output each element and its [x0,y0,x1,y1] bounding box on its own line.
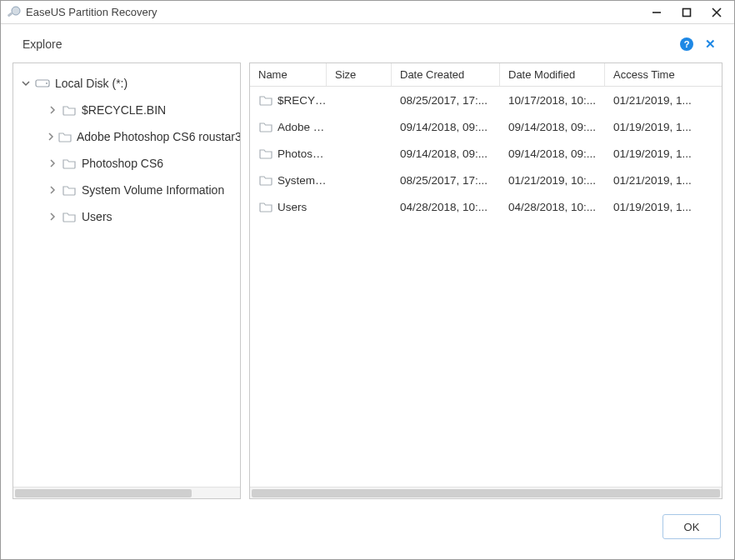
folder-icon [62,209,77,224]
minimize-button[interactable] [642,3,671,22]
ok-button[interactable]: OK [662,514,721,539]
column-header-name[interactable]: Name [250,63,327,86]
dialog-close-button[interactable]: ✕ [701,35,719,53]
folder-icon [258,172,273,188]
window-title: EaseUS Partition Recovery [26,6,158,18]
help-icon: ? [680,38,693,51]
folder-icon [58,129,72,144]
cell-name: $RECYCLE.... [278,94,327,107]
chevron-right-icon[interactable] [47,211,58,222]
maximize-button[interactable] [672,3,701,22]
cell-modified: 01/21/2019, 10:... [500,174,605,187]
tree-item-label: Adobe Photoshop CS6 roustar31 [77,130,240,143]
cell-modified: 10/17/2018, 10:... [500,94,605,107]
column-header-date-modified[interactable]: Date Modified [500,63,605,86]
cell-name: Photosho... [278,148,327,160]
cell-modified: 04/28/2018, 10:... [500,201,605,213]
dialog-footer: OK [12,506,722,548]
folder-icon [258,146,273,161]
cell-name: System Vo... [278,174,327,187]
close-icon: ✕ [705,37,716,52]
svg-rect-3 [683,8,691,16]
cell-name: Adobe Ph... [278,121,327,133]
chevron-right-icon[interactable] [47,131,55,142]
cell-created: 09/14/2018, 09:... [392,148,500,160]
folder-icon [258,92,273,108]
column-header-access-time[interactable]: Access Time [605,63,722,86]
list-item[interactable]: $RECYCLE.... 08/25/2017, 17:... 10/17/20… [250,87,722,113]
scrollbar-thumb[interactable] [252,489,720,498]
tree-item-label: Users [82,210,112,223]
tree-horizontal-scrollbar[interactable] [13,487,240,498]
ok-button-label: OK [684,521,700,533]
svg-point-7 [46,82,48,84]
tree-item[interactable]: System Volume Information [13,177,240,203]
tree-item-label: System Volume Information [82,183,224,197]
cell-modified: 09/14/2018, 09:... [500,121,605,133]
panels: Local Disk (*:) $RECYCLE.BIN Adobe Photo… [12,62,722,499]
tree-item[interactable]: Adobe Photoshop CS6 roustar31 [13,123,240,150]
column-header-size[interactable]: Size [327,63,392,86]
tree-item-label: $RECYCLE.BIN [82,103,166,117]
chevron-right-icon[interactable] [47,104,58,116]
cell-created: 08/25/2017, 17:... [392,94,500,107]
list-body: $RECYCLE.... 08/25/2017, 17:... 10/17/20… [250,87,722,487]
cell-access: 01/19/2019, 1... [605,121,722,133]
tree-panel: Local Disk (*:) $RECYCLE.BIN Adobe Photo… [12,62,241,499]
column-header-date-created[interactable]: Date Created [392,63,500,86]
chevron-down-icon[interactable] [20,78,32,89]
list-item[interactable]: Photosho... 09/14/2018, 09:... 09/14/201… [250,140,722,167]
chevron-right-icon[interactable] [47,184,58,196]
cell-access: 01/21/2019, 1... [605,174,722,187]
tree-item-label: Photoshop CS6 [82,157,163,170]
folder-icon [62,156,77,171]
scrollbar-thumb[interactable] [15,489,192,498]
cell-name: Users [278,201,307,213]
tree-body: Local Disk (*:) $RECYCLE.BIN Adobe Photo… [13,63,240,487]
app-window: EaseUS Partition Recovery Explore ? ✕ [0,0,735,560]
disk-icon [35,76,50,91]
svg-point-0 [12,7,20,15]
list-panel: Name Size Date Created Date Modified Acc… [249,62,722,499]
folder-icon [62,102,77,118]
cell-access: 01/19/2019, 1... [605,148,722,160]
tree-item[interactable]: Users [13,203,240,230]
page-title: Explore [22,38,62,51]
tree-item[interactable]: $RECYCLE.BIN [13,97,240,123]
cell-modified: 09/14/2018, 09:... [500,148,605,160]
content-frame: Explore ? ✕ [1,24,734,559]
subheader: Explore ? ✕ [12,32,722,56]
folder-icon [258,199,273,214]
list-item[interactable]: System Vo... 08/25/2017, 17:... 01/21/20… [250,167,722,193]
cell-access: 01/21/2019, 1... [605,94,722,107]
tree-root[interactable]: Local Disk (*:) [13,70,240,97]
folder-icon [258,119,273,134]
list-item[interactable]: Users 04/28/2018, 10:... 04/28/2018, 10:… [250,193,722,220]
chevron-right-icon[interactable] [47,158,58,169]
list-item[interactable]: Adobe Ph... 09/14/2018, 09:... 09/14/201… [250,113,722,140]
tree-root-label: Local Disk (*:) [55,77,128,90]
cell-access: 01/19/2019, 1... [605,201,722,213]
folder-icon [62,182,77,198]
tree-item[interactable]: Photoshop CS6 [13,150,240,177]
cell-created: 08/25/2017, 17:... [392,174,500,187]
titlebar: EaseUS Partition Recovery [1,1,734,24]
list-header: Name Size Date Created Date Modified Acc… [250,63,722,87]
cell-created: 04/28/2018, 10:... [392,201,500,213]
close-button[interactable] [702,3,731,22]
app-icon [6,5,21,20]
list-horizontal-scrollbar[interactable] [250,487,722,498]
cell-created: 09/14/2018, 09:... [392,121,500,133]
help-button[interactable]: ? [678,35,696,53]
